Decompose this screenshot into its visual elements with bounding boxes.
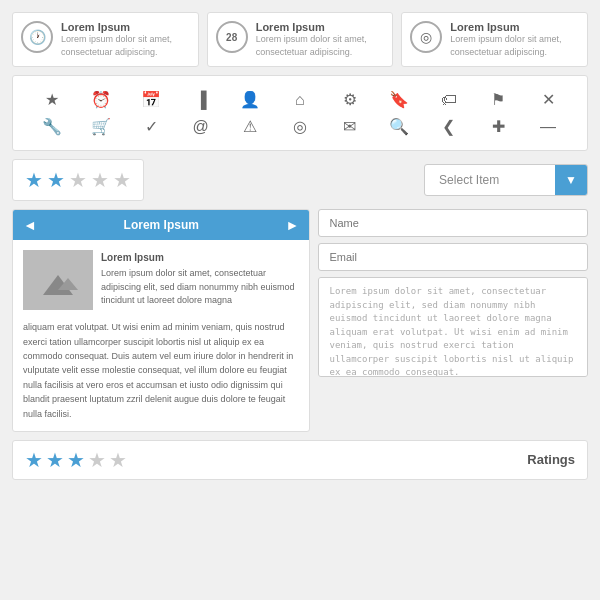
compass-icon: ◎: [410, 21, 442, 53]
ratings-row: ★ ★ ★ ★ ★ Ratings: [12, 440, 588, 480]
select-dropdown[interactable]: Select Item ▼: [424, 164, 588, 196]
rating-star-3[interactable]: ★: [67, 448, 85, 472]
carousel-title: Lorem Ipsum: [124, 218, 199, 232]
select-label: Select Item: [425, 165, 555, 195]
close-icon[interactable]: ✕: [534, 90, 562, 109]
carousel-short-desc: Lorem ipsum dolor sit amet, consectetuar…: [101, 267, 299, 308]
rating-star-1[interactable]: ★: [25, 448, 43, 472]
at-icon[interactable]: @: [187, 118, 215, 136]
wrench-icon[interactable]: 🔧: [38, 117, 66, 136]
carousel-short-text: Lorem Ipsum Lorem ipsum dolor sit amet, …: [101, 250, 299, 310]
flag-icon[interactable]: ⚑: [484, 90, 512, 109]
cart-icon[interactable]: 🛒: [87, 117, 115, 136]
warning-icon[interactable]: ⚠: [236, 117, 264, 136]
icon-panel: ★ ⏰ 📅 ▐ 👤 ⌂ ⚙ 🔖 🏷 ⚑ ✕ 🔧 🛒 ✓ @ ⚠ ◎ ✉ 🔍 ❮ …: [12, 75, 588, 151]
check-icon[interactable]: ✓: [137, 117, 165, 136]
star-3[interactable]: ★: [69, 168, 87, 192]
carousel-short-title: Lorem Ipsum: [101, 250, 299, 265]
name-input[interactable]: [318, 209, 588, 237]
ratings-label: Ratings: [527, 452, 575, 467]
carousel-prev-btn[interactable]: ◄: [23, 217, 37, 233]
message-textarea[interactable]: Lorem ipsum dolor sit amet, consectetuar…: [318, 277, 588, 377]
email-input[interactable]: [318, 243, 588, 271]
star-4[interactable]: ★: [91, 168, 109, 192]
compass2-icon[interactable]: ◎: [286, 117, 314, 136]
clock-icon: 🕐: [21, 21, 53, 53]
carousel-next-btn[interactable]: ►: [286, 217, 300, 233]
tag-icon[interactable]: 🏷: [435, 91, 463, 109]
info-card-2: 28 Lorem Ipsum Lorem ipsum dolor sit ame…: [207, 12, 394, 67]
form-panel: Lorem ipsum dolor sit amet, consectetuar…: [318, 209, 588, 432]
rating-star-5[interactable]: ★: [109, 448, 127, 472]
star-icon[interactable]: ★: [38, 90, 66, 109]
card3-desc: Lorem ipsum dolor sit amet, consectetuar…: [450, 33, 579, 58]
carousel-image: [23, 250, 93, 310]
minus-icon[interactable]: —: [534, 118, 562, 136]
card1-desc: Lorem ipsum dolor sit amet, consectetuar…: [61, 33, 190, 58]
bar-chart-icon[interactable]: ▐: [187, 91, 215, 109]
select-arrow-btn[interactable]: ▼: [555, 165, 587, 195]
rating-star-4[interactable]: ★: [88, 448, 106, 472]
star-1[interactable]: ★: [25, 168, 43, 192]
search-icon[interactable]: 🔍: [385, 117, 413, 136]
carousel: ◄ Lorem Ipsum ► Lorem Ipsum Lorem ipsum …: [12, 209, 310, 432]
home-icon[interactable]: ⌂: [286, 91, 314, 109]
carousel-header: ◄ Lorem Ipsum ►: [13, 210, 309, 240]
info-card-1: 🕐 Lorem Ipsum Lorem ipsum dolor sit amet…: [12, 12, 199, 67]
star-5[interactable]: ★: [113, 168, 131, 192]
gear-icon[interactable]: ⚙: [336, 90, 364, 109]
rating-box: ★ ★ ★ ★ ★: [12, 159, 144, 201]
icon-row-2: 🔧 🛒 ✓ @ ⚠ ◎ ✉ 🔍 ❮ ✚ —: [27, 113, 573, 140]
clock-icon2[interactable]: ⏰: [87, 90, 115, 109]
plus-icon[interactable]: ✚: [484, 117, 512, 136]
card2-title: Lorem Ipsum: [256, 21, 385, 33]
info-cards-row: 🕐 Lorem Ipsum Lorem ipsum dolor sit amet…: [12, 12, 588, 67]
card1-title: Lorem Ipsum: [61, 21, 190, 33]
rating-star-2[interactable]: ★: [46, 448, 64, 472]
bookmark-icon[interactable]: 🔖: [385, 90, 413, 109]
card3-title: Lorem Ipsum: [450, 21, 579, 33]
calendar-icon: 28: [216, 21, 248, 53]
mail-icon[interactable]: ✉: [336, 117, 364, 136]
icon-row-1: ★ ⏰ 📅 ▐ 👤 ⌂ ⚙ 🔖 🏷 ⚑ ✕: [27, 86, 573, 113]
carousel-full-text: aliquam erat volutpat. Ut wisi enim ad m…: [13, 320, 309, 431]
person-icon[interactable]: 👤: [236, 90, 264, 109]
calendar-icon2[interactable]: 📅: [137, 90, 165, 109]
card2-desc: Lorem ipsum dolor sit amet, consectetuar…: [256, 33, 385, 58]
ratings-stars: ★ ★ ★ ★ ★: [25, 448, 127, 472]
carousel-body: Lorem Ipsum Lorem ipsum dolor sit amet, …: [13, 240, 309, 320]
star-2[interactable]: ★: [47, 168, 65, 192]
bottom-row: ◄ Lorem Ipsum ► Lorem Ipsum Lorem ipsum …: [12, 209, 588, 432]
info-card-3: ◎ Lorem Ipsum Lorem ipsum dolor sit amet…: [401, 12, 588, 67]
rating-select-row: ★ ★ ★ ★ ★ Select Item ▼: [12, 159, 588, 201]
share-icon[interactable]: ❮: [435, 117, 463, 136]
